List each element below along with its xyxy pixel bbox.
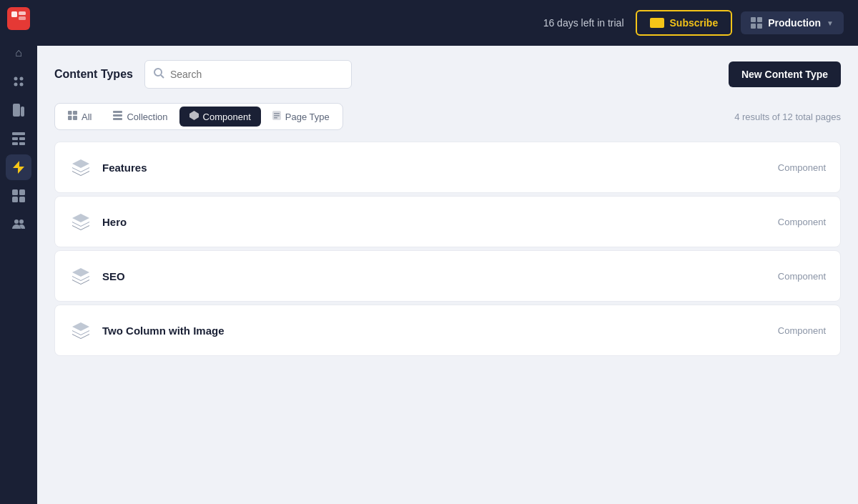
svg-marker-42 [72, 276, 89, 281]
svg-rect-16 [19, 189, 25, 195]
tab-collection-label: Collection [127, 112, 167, 122]
svg-point-3 [14, 77, 18, 81]
svg-rect-34 [274, 117, 277, 119]
svg-line-22 [161, 75, 164, 78]
svg-marker-36 [72, 167, 89, 172]
svg-rect-33 [274, 115, 280, 117]
svg-rect-24 [73, 111, 77, 115]
sidebar-item-bolt[interactable] [6, 154, 31, 180]
table-row[interactable]: Two Column with Image Component [54, 305, 841, 356]
svg-marker-44 [72, 322, 89, 331]
sidebar-item-users[interactable] [6, 212, 31, 237]
svg-marker-45 [72, 330, 89, 335]
component-stack-icon [69, 210, 92, 233]
content-item-name: Features [102, 162, 147, 174]
sidebar-item-image-grid[interactable] [6, 183, 31, 209]
svg-marker-39 [72, 222, 89, 227]
svg-rect-25 [68, 116, 72, 120]
content-item-name: Two Column with Image [102, 325, 225, 337]
grid-icon [751, 17, 762, 29]
svg-marker-38 [72, 214, 89, 222]
svg-rect-2 [19, 16, 26, 20]
page-type-icon [272, 111, 281, 122]
svg-point-20 [19, 219, 24, 224]
svg-rect-0 [11, 11, 17, 17]
content-item-type: Component [778, 217, 826, 227]
svg-point-6 [20, 83, 24, 87]
svg-marker-41 [72, 268, 89, 277]
tab-component[interactable]: Component [179, 107, 261, 127]
svg-marker-35 [72, 159, 89, 168]
svg-rect-17 [12, 197, 18, 202]
trial-text: 16 days left in trial [543, 17, 624, 29]
svg-rect-23 [68, 111, 72, 115]
svg-marker-14 [13, 161, 24, 174]
search-input[interactable] [170, 69, 342, 80]
component-stack-icon [69, 156, 92, 179]
sidebar: ⌂ [0, 0, 37, 504]
sidebar-logo [7, 7, 30, 30]
component-stack-icon [69, 265, 92, 287]
content-item-type: Component [778, 162, 826, 173]
tab-page-type-label: Page Type [285, 112, 330, 122]
svg-rect-12 [12, 142, 18, 145]
tab-page-type[interactable]: Page Type [262, 107, 340, 127]
row-left: Hero [69, 210, 127, 233]
content-item-type: Component [778, 271, 826, 282]
svg-marker-30 [189, 111, 199, 120]
content-list: Features Component Hero Component [54, 142, 841, 356]
collection-icon [113, 111, 122, 122]
tab-component-label: Component [203, 112, 251, 122]
all-icon [68, 111, 77, 122]
svg-point-5 [14, 83, 18, 87]
svg-rect-32 [274, 113, 280, 114]
production-label: Production [768, 17, 821, 29]
content-item-name: Hero [102, 216, 127, 228]
filter-row: All Collection Com [54, 103, 841, 130]
sidebar-item-table[interactable] [6, 126, 31, 152]
main-area: 16 days left in trial Subscribe Producti… [37, 0, 858, 504]
svg-rect-29 [113, 118, 122, 120]
filter-tabs: All Collection Com [54, 103, 343, 130]
row-left: SEO [69, 265, 125, 287]
svg-rect-18 [19, 197, 25, 202]
svg-rect-8 [21, 107, 24, 117]
chevron-down-icon: ▼ [827, 19, 834, 27]
sidebar-item-document[interactable] [6, 97, 31, 123]
svg-point-21 [154, 69, 162, 76]
content-item-type: Component [778, 325, 826, 336]
svg-point-19 [14, 219, 19, 224]
topbar: 16 days left in trial Subscribe Producti… [37, 0, 858, 46]
component-stack-icon [69, 319, 92, 342]
sidebar-item-blog[interactable] [6, 69, 31, 94]
row-left: Features [69, 156, 147, 179]
tab-collection[interactable]: Collection [103, 107, 177, 127]
subscribe-button[interactable]: Subscribe [636, 10, 733, 36]
svg-rect-28 [113, 114, 122, 117]
svg-rect-13 [19, 142, 25, 145]
table-row[interactable]: SEO Component [54, 250, 841, 302]
table-row[interactable]: Hero Component [54, 196, 841, 247]
tab-all-label: All [82, 112, 92, 122]
content-item-name: SEO [102, 270, 125, 282]
search-box [144, 60, 352, 89]
svg-rect-9 [12, 132, 25, 135]
svg-rect-1 [19, 11, 26, 15]
svg-rect-26 [73, 116, 77, 120]
content-header-left: Content Types [54, 60, 352, 89]
svg-rect-10 [12, 137, 18, 140]
svg-rect-15 [12, 189, 18, 195]
row-left: Two Column with Image [69, 319, 225, 342]
content-area: Content Types New Content Type [37, 46, 858, 504]
tab-all[interactable]: All [58, 107, 102, 127]
card-icon [650, 18, 664, 28]
page-title: Content Types [54, 68, 133, 81]
results-info: 4 results of 12 total pages [734, 112, 841, 122]
svg-rect-11 [19, 137, 25, 140]
production-button[interactable]: Production ▼ [741, 11, 844, 34]
subscribe-label: Subscribe [670, 17, 719, 29]
table-row[interactable]: Features Component [54, 142, 841, 193]
new-content-type-button[interactable]: New Content Type [729, 61, 841, 87]
sidebar-item-home[interactable]: ⌂ [6, 40, 31, 66]
svg-point-4 [20, 77, 24, 81]
